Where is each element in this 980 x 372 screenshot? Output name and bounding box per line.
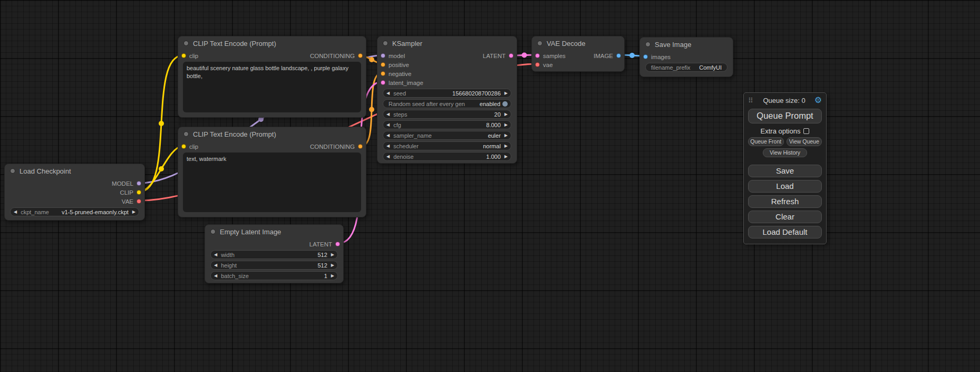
next-value-arrow-icon[interactable]: ▶ [504, 133, 508, 138]
widget-filename-prefix[interactable]: filename_prefix ComfyUI [645, 63, 727, 72]
node-title-bar[interactable]: CLIP Text Encode (Prompt) [178, 127, 366, 141]
clip-slot-dot[interactable] [181, 53, 186, 58]
collapse-dot-icon[interactable] [183, 41, 189, 46]
input-slot-clip[interactable]: clip [181, 144, 198, 150]
load-button[interactable]: Load [748, 180, 822, 193]
node-title-bar[interactable]: Empty Latent Image [205, 225, 343, 239]
collapse-dot-icon[interactable] [210, 229, 216, 234]
widget-sampler-name[interactable]: ◀ sampler_name euler ▶ [383, 131, 511, 140]
conditioning-slot-dot[interactable] [381, 71, 385, 76]
increment-arrow-icon[interactable]: ▶ [504, 123, 508, 127]
increment-arrow-icon[interactable]: ▶ [504, 155, 508, 159]
latent-slot-dot[interactable] [509, 53, 513, 58]
output-slot-image[interactable]: IMAGE [594, 53, 621, 59]
decrement-arrow-icon[interactable]: ◀ [386, 91, 390, 96]
node-graph-canvas[interactable]: Load Checkpoint MODEL CLIP VAE [0, 0, 980, 372]
output-slot-latent[interactable]: LATENT [309, 241, 340, 247]
widget-width[interactable]: ◀ width 512 ▶ [210, 250, 338, 259]
output-slot-latent[interactable]: LATENT [483, 53, 513, 59]
output-slot-conditioning[interactable]: CONDITIONING [310, 144, 363, 150]
widget-random-seed-toggle[interactable]: Random seed after every gen enabled [383, 99, 511, 108]
collapse-dot-icon[interactable] [645, 42, 651, 47]
input-slot-latent-image[interactable]: latent_image [381, 80, 423, 86]
model-slot-dot[interactable] [381, 53, 385, 58]
widget-denoise[interactable]: ◀ denoise 1.000 ▶ [383, 152, 511, 161]
vae-slot-dot[interactable] [137, 199, 141, 204]
prompt-textarea[interactable]: text, watermark [183, 152, 361, 212]
node-title-bar[interactable]: KSampler [377, 36, 517, 50]
prev-value-arrow-icon[interactable]: ◀ [386, 133, 390, 138]
output-slot-conditioning[interactable]: CONDITIONING [310, 53, 363, 59]
node-title-bar[interactable]: VAE Decode [532, 36, 624, 50]
node-title-bar[interactable]: Save Image [640, 37, 733, 51]
increment-arrow-icon[interactable]: ▶ [331, 253, 334, 257]
queue-front-button[interactable]: Queue Front [748, 137, 784, 146]
collapse-dot-icon[interactable] [537, 41, 542, 46]
latent-slot-dot[interactable] [535, 53, 540, 58]
extra-options-checkbox[interactable] [803, 128, 809, 134]
latent-slot-dot[interactable] [335, 242, 340, 246]
collapse-dot-icon[interactable] [383, 41, 388, 46]
decrement-arrow-icon[interactable]: ◀ [386, 123, 390, 127]
toggle-indicator-icon[interactable] [502, 101, 508, 107]
input-slot-images[interactable]: images [643, 54, 671, 60]
image-slot-dot[interactable] [643, 54, 648, 59]
input-slot-clip[interactable]: clip [181, 53, 198, 59]
load-default-button[interactable]: Load Default [748, 226, 822, 239]
vae-slot-dot[interactable] [535, 62, 540, 67]
node-load-checkpoint[interactable]: Load Checkpoint MODEL CLIP VAE [4, 164, 145, 221]
node-empty-latent-image[interactable]: Empty Latent Image LATENT ◀ width 512 ▶ … [205, 224, 344, 283]
input-slot-model[interactable]: model [381, 53, 405, 59]
output-slot-clip[interactable]: CLIP [120, 189, 141, 196]
input-slot-samples[interactable]: samples [535, 53, 566, 59]
widget-batch-size[interactable]: ◀ batch_size 1 ▶ [210, 271, 338, 280]
collapse-dot-icon[interactable] [183, 131, 189, 137]
decrement-arrow-icon[interactable]: ◀ [386, 155, 390, 159]
refresh-button[interactable]: Refresh [748, 195, 822, 208]
queue-prompt-button[interactable]: Queue Prompt [748, 109, 822, 123]
conditioning-slot-dot[interactable] [358, 53, 363, 58]
node-vae-decode[interactable]: VAE Decode samples IMAGE vae [531, 36, 625, 72]
node-title-bar[interactable]: CLIP Text Encode (Prompt) [178, 36, 366, 50]
drag-handle-icon[interactable]: ⠿ [748, 97, 753, 104]
decrement-arrow-icon[interactable]: ◀ [214, 253, 217, 257]
input-slot-negative[interactable]: negative [381, 71, 411, 77]
settings-gear-icon[interactable]: ⚙ [814, 96, 822, 104]
input-slot-vae[interactable]: vae [535, 62, 553, 68]
widget-seed[interactable]: ◀ seed 156680208700286 ▶ [383, 89, 511, 98]
next-value-arrow-icon[interactable]: ▶ [132, 210, 135, 214]
increment-arrow-icon[interactable]: ▶ [331, 263, 334, 268]
output-slot-model[interactable]: MODEL [112, 180, 141, 187]
clip-slot-dot[interactable] [137, 190, 141, 195]
save-button[interactable]: Save [748, 165, 822, 177]
increment-arrow-icon[interactable]: ▶ [504, 112, 508, 117]
node-ksampler[interactable]: KSampler model LATENT positive [377, 36, 517, 164]
view-queue-button[interactable]: View Queue [787, 137, 822, 146]
widget-height[interactable]: ◀ height 512 ▶ [210, 261, 338, 270]
conditioning-slot-dot[interactable] [358, 144, 363, 149]
output-slot-vae[interactable]: VAE [122, 198, 141, 205]
decrement-arrow-icon[interactable]: ◀ [214, 274, 217, 278]
increment-arrow-icon[interactable]: ▶ [331, 274, 334, 278]
node-title-bar[interactable]: Load Checkpoint [5, 164, 144, 178]
widget-scheduler[interactable]: ◀ scheduler normal ▶ [383, 141, 511, 150]
image-slot-dot[interactable] [616, 53, 621, 58]
model-slot-dot[interactable] [137, 181, 141, 186]
conditioning-slot-dot[interactable] [381, 62, 385, 67]
widget-cfg[interactable]: ◀ cfg 8.000 ▶ [383, 120, 511, 129]
prompt-textarea[interactable]: beautiful scenery nature glass bottle la… [183, 62, 361, 112]
latent-slot-dot[interactable] [381, 80, 385, 85]
node-clip-text-encode-positive[interactable]: CLIP Text Encode (Prompt) clip CONDITION… [178, 36, 366, 118]
decrement-arrow-icon[interactable]: ◀ [214, 263, 217, 268]
view-history-button[interactable]: View History [763, 148, 807, 157]
increment-arrow-icon[interactable]: ▶ [504, 91, 508, 96]
prev-value-arrow-icon[interactable]: ◀ [14, 210, 17, 214]
decrement-arrow-icon[interactable]: ◀ [386, 112, 390, 117]
node-clip-text-encode-negative[interactable]: CLIP Text Encode (Prompt) clip CONDITION… [178, 127, 366, 217]
clip-slot-dot[interactable] [181, 144, 186, 149]
collapse-dot-icon[interactable] [10, 168, 15, 174]
next-value-arrow-icon[interactable]: ▶ [504, 144, 508, 148]
node-save-image[interactable]: Save Image images filename_prefix ComfyU… [639, 37, 733, 77]
widget-ckpt-name[interactable]: ◀ ckpt_name v1-5-pruned-emaonly.ckpt ▶ [10, 207, 139, 216]
widget-steps[interactable]: ◀ steps 20 ▶ [383, 110, 511, 119]
